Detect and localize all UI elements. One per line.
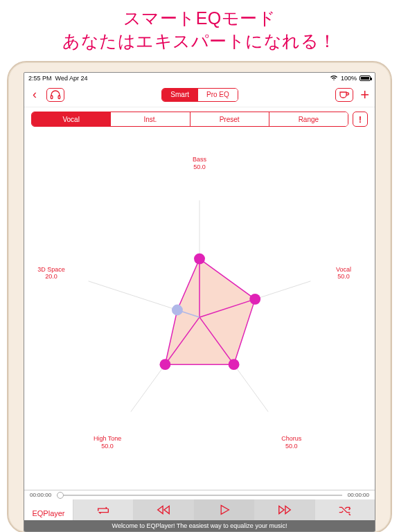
forward-button[interactable] — [254, 499, 314, 520]
slider-thumb[interactable] — [57, 492, 64, 499]
status-date: Wed Apr 24 — [55, 75, 88, 82]
svg-point-15 — [229, 359, 240, 370]
tab-range[interactable]: Range — [269, 112, 348, 126]
shuffle-button[interactable] — [314, 499, 375, 520]
rewind-button[interactable] — [133, 499, 193, 520]
back-button[interactable]: ‹ — [30, 87, 39, 102]
category-tabs[interactable]: Vocal Inst. Preset Range — [31, 112, 348, 127]
svg-point-16 — [159, 359, 170, 370]
status-time: 2:55 PM — [28, 75, 52, 82]
headphones-button[interactable] — [46, 88, 64, 102]
device-frame: 2:55 PM Wed Apr 24 100% ‹ Smart Pr — [7, 61, 392, 532]
hero-line-2: あなたはエキスパートになれる！ — [14, 30, 385, 53]
tab-preset[interactable]: Preset — [190, 112, 269, 126]
alert-button[interactable]: ! — [353, 112, 368, 127]
mode-segmented-control[interactable]: Smart Pro EQ — [161, 88, 238, 102]
time-current: 00:00:00 — [30, 492, 51, 498]
radar-svg[interactable] — [24, 131, 375, 490]
top-toolbar: ‹ Smart Pro EQ + — [24, 84, 375, 107]
radar-chart[interactable]: Bass50.0Vocal50.0Chorus50.0High Tone50.0… — [24, 131, 375, 490]
hero-line-1: スマートEQモード — [14, 7, 385, 30]
hero-title: スマートEQモード あなたはエキスパートになれる！ — [0, 0, 399, 57]
mode-pro-eq[interactable]: Pro EQ — [197, 89, 238, 101]
tab-vocal[interactable]: Vocal — [32, 112, 110, 126]
svg-point-13 — [194, 254, 205, 265]
screen: 2:55 PM Wed Apr 24 100% ‹ Smart Pr — [24, 72, 375, 532]
battery-pct: 100% — [341, 75, 357, 82]
repeat-button[interactable] — [73, 499, 133, 520]
ticker-text: Welcome to EQPlayer! The easiest way to … — [24, 520, 375, 531]
svg-point-17 — [172, 305, 183, 316]
bottom-bar: 00:00:00 00:00:00 EQPlayer Welcome to EQ… — [24, 490, 375, 531]
playback-controls: EQPlayer — [24, 499, 375, 520]
status-bar: 2:55 PM Wed Apr 24 100% — [24, 73, 375, 84]
playback-slider[interactable] — [57, 495, 342, 496]
svg-point-14 — [249, 294, 260, 305]
mode-smart[interactable]: Smart — [162, 89, 197, 101]
tab-inst[interactable]: Inst. — [110, 112, 189, 126]
axis-label-bass: Bass50.0 — [193, 157, 206, 172]
brand-label: EQPlayer — [24, 499, 73, 520]
axis-label-3d-space: 3D Space20.0 — [37, 266, 65, 281]
battery-icon — [360, 76, 371, 81]
axis-label-high-tone: High Tone50.0 — [94, 435, 121, 450]
axis-label-chorus: Chorus50.0 — [281, 435, 301, 450]
cup-button[interactable] — [335, 88, 353, 102]
add-button[interactable]: + — [360, 88, 369, 102]
category-row: Vocal Inst. Preset Range ! — [24, 107, 375, 131]
wifi-icon — [330, 75, 338, 82]
axis-label-vocal: Vocal50.0 — [336, 266, 351, 281]
time-total: 00:00:00 — [348, 492, 369, 498]
play-button[interactable] — [193, 499, 254, 520]
